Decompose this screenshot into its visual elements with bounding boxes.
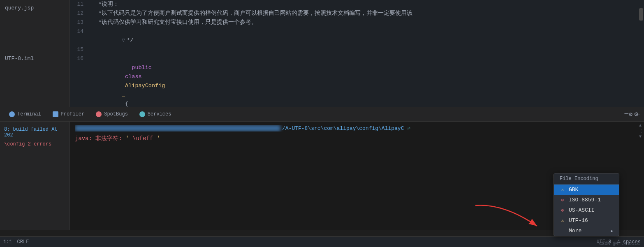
terminal-settings-icon[interactable]: ⚙ — [629, 111, 632, 118]
more-arrow-icon: ▶ — [611, 229, 613, 233]
dropdown-item-utf16[interactable]: ⚠ UTF-16 — [554, 215, 619, 226]
code-line-16: 16 public class AlipayConfig { — [70, 54, 644, 107]
build-title: 8: build failed At 202 — [0, 125, 69, 140]
services-tab-icon — [139, 111, 145, 117]
code-line-13: 13 *该代码仅供学习和研究支付宝接口使用，只是提供一个参考。 — [70, 18, 644, 27]
terminal-header: Terminal Profiler SpotBugs Services ⚙ — — [0, 107, 644, 122]
warn-icon-gbk: ⚠ — [560, 187, 565, 193]
build-error-line: java: 非法字符: ' \ufeff ' — [75, 135, 639, 142]
terminal-panel: Terminal Profiler SpotBugs Services ⚙ — … — [0, 107, 644, 230]
warn-icon-utf16: ⚠ — [560, 218, 565, 224]
status-line-ending[interactable]: CRLF — [17, 239, 29, 245]
profiler-tab-icon — [53, 111, 58, 117]
dropdown-item-iso8859[interactable]: ⊘ ISO-8859-1 — [554, 195, 619, 205]
settings-icon[interactable]: ⚙ — [634, 110, 638, 118]
spotbugs-tab-icon — [96, 111, 102, 117]
scroll-arrows: ▲ ⋮ ▼ — [639, 123, 643, 139]
editor-area: query.jsp UTF-8.iml 11 *说明： 12 *以下代码只是为了… — [0, 0, 644, 107]
dropdown-item-usascii[interactable]: ⊘ US-ASCII — [554, 205, 619, 215]
file-item-query[interactable]: query.jsp — [0, 3, 69, 13]
code-line-14: 14 ▽*/ — [70, 27, 644, 45]
tab-profiler[interactable]: Profiler — [48, 110, 90, 119]
code-line-11: 11 *说明： — [70, 0, 644, 9]
tab-terminal[interactable]: Terminal — [4, 110, 46, 119]
error-icon-ascii: ⊘ — [560, 208, 565, 213]
build-path-arrow: ⇌ — [407, 125, 410, 132]
more-icon: · — [560, 228, 565, 234]
fold-icon[interactable]: ▽ — [122, 37, 125, 44]
build-output: 8: build failed At 202 \config 2 errors … — [0, 122, 644, 230]
code-lines: 11 *说明： 12 *以下代码只是为了方便商户测试而提供的样例代码，商户可以根… — [70, 0, 644, 107]
code-line-12: 12 *以下代码只是为了方便商户测试而提供的样例代码，商户可以根据自己网站的需要… — [70, 9, 644, 18]
scrollbar-thumb — [639, 8, 643, 21]
terminal-tabs: Terminal Profiler SpotBugs Services — [4, 110, 622, 119]
file-item-iml[interactable]: UTF-8.iml — [0, 54, 69, 63]
file-sidebar: query.jsp UTF-8.iml — [0, 0, 70, 107]
dropdown-item-gbk[interactable]: ⚠ GBK — [554, 185, 619, 195]
status-bar: 1:1 CRLF UTF-8 4 spaces CSDN @Mr.Aholic — [0, 236, 644, 247]
build-sidebar: 8: build failed At 202 \config 2 errors — [0, 122, 70, 230]
file-encoding-dropdown: File Encoding ⚠ GBK ⊘ ISO-8859-1 ⊘ US-AS… — [554, 173, 619, 236]
dropdown-item-more[interactable]: · More ▶ — [554, 226, 619, 236]
code-line-15: 15 — [70, 45, 644, 54]
code-editor: 11 *说明： 12 *以下代码只是为了方便商户测试而提供的样例代码，商户可以根… — [70, 0, 644, 107]
tab-spotbugs[interactable]: SpotBugs — [91, 110, 133, 119]
minimize-icon[interactable]: — — [624, 110, 628, 118]
status-right: UTF-8 4 spaces CSDN @Mr.Aholic — [596, 239, 641, 245]
tab-services[interactable]: Services — [134, 110, 176, 119]
dropdown-header: File Encoding — [554, 173, 619, 185]
build-scrollbar[interactable]: ▲ ⋮ ▼ — [639, 122, 644, 230]
editor-scrollbar[interactable] — [638, 0, 644, 107]
status-position: 1:1 — [3, 239, 12, 245]
watermark: CSDN @Mr.Aholic — [599, 241, 640, 246]
build-path: /A-UTF-8\src\com\alipay\config\AlipayC ⇌ — [75, 125, 639, 132]
build-path-suffix: /A-UTF-8\src\com\alipay\config\AlipayC — [282, 125, 404, 132]
terminal-tab-icon — [9, 111, 15, 117]
build-path-blurred — [75, 125, 280, 132]
error-icon-iso: ⊘ — [560, 197, 565, 203]
build-errors: \config 2 errors — [0, 140, 69, 149]
